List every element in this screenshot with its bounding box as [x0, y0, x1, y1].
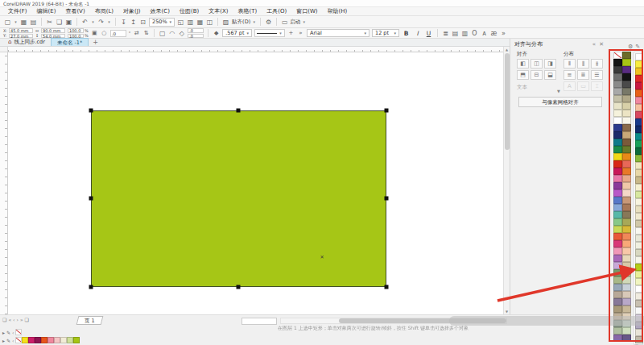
color-swatch[interactable]: [622, 59, 631, 66]
vertical-ruler[interactable]: [0, 52, 8, 314]
color-swatch[interactable]: [622, 175, 631, 182]
color-swatch[interactable]: [635, 111, 643, 118]
color-swatch[interactable]: [635, 89, 643, 97]
color-swatch[interactable]: [622, 73, 631, 81]
color-swatch[interactable]: [22, 337, 28, 343]
text-bounding-icon[interactable]: ▭: [577, 81, 589, 91]
color-swatch[interactable]: [613, 284, 622, 291]
font-family-combo[interactable]: Arial ▾: [307, 29, 369, 37]
options-gear-icon[interactable]: ⚙: [265, 17, 272, 27]
color-swatch[interactable]: [613, 81, 622, 88]
palette-options-icon[interactable]: ⚙: [628, 44, 633, 50]
selection-handle-bottom-right[interactable]: [385, 285, 389, 289]
color-swatch[interactable]: [613, 110, 622, 117]
color-swatch[interactable]: [613, 211, 622, 218]
color-swatch[interactable]: [47, 337, 54, 343]
color-swatch[interactable]: [635, 242, 643, 249]
document-tab-welcome[interactable]: ⌂ 线上同步.cdr: [2, 38, 51, 46]
color-swatch[interactable]: [613, 247, 622, 255]
align-left-icon[interactable]: ◧: [517, 59, 529, 69]
color-swatch[interactable]: [622, 146, 631, 153]
color-swatch[interactable]: [41, 337, 47, 343]
new-document-icon[interactable]: ▢: [4, 17, 11, 27]
docker-close-icon[interactable]: ✕: [597, 41, 605, 48]
corner-radius-2-field[interactable]: .0 mm: [188, 34, 204, 39]
color-swatch[interactable]: [67, 337, 73, 343]
color-swatch[interactable]: [613, 95, 622, 102]
no-outline-icon[interactable]: O: [471, 28, 478, 39]
color-swatch[interactable]: [635, 198, 643, 206]
text-properties-icon[interactable]: æ: [490, 28, 497, 39]
color-swatch[interactable]: [635, 329, 643, 336]
color-swatch[interactable]: [613, 59, 622, 66]
color-swatch[interactable]: [60, 337, 67, 343]
color-swatch[interactable]: [613, 240, 622, 247]
show-grid-icon[interactable]: ▦: [196, 17, 204, 27]
line-style-combo[interactable]: ▾: [254, 29, 285, 37]
distribute-center-v-icon[interactable]: ≣: [577, 70, 589, 80]
chamfered-corner-icon[interactable]: ◇: [178, 28, 185, 39]
page-tab[interactable]: 页 1: [76, 316, 103, 325]
color-swatch[interactable]: [622, 189, 631, 197]
color-swatch[interactable]: [622, 160, 631, 168]
vertical-scrollbar[interactable]: ▲ ▼: [503, 47, 510, 314]
color-swatch[interactable]: [613, 255, 622, 262]
color-swatch[interactable]: [622, 95, 631, 102]
color-swatch[interactable]: [635, 235, 643, 242]
menu-item[interactable]: 对象(J): [118, 7, 146, 16]
distribute-bottom-icon[interactable]: ☰: [591, 70, 603, 80]
color-swatch[interactable]: [635, 155, 643, 162]
text-alignment-icon[interactable]: ≣: [442, 28, 449, 39]
color-swatch[interactable]: [635, 293, 643, 300]
no-color-swatch[interactable]: [15, 337, 22, 343]
plus-icon[interactable]: +: [287, 30, 295, 36]
undo-dropdown-icon[interactable]: ▾: [91, 17, 95, 27]
color-swatch[interactable]: [635, 118, 643, 126]
color-swatch[interactable]: [613, 218, 622, 226]
bold-button[interactable]: B: [402, 30, 411, 37]
color-swatch[interactable]: [635, 300, 643, 307]
row-expand-icon[interactable]: ▸: [2, 338, 5, 343]
rotation-angle-field[interactable]: .0: [110, 30, 126, 37]
font-size-combo[interactable]: 12 pt ▾: [372, 29, 399, 37]
color-swatch[interactable]: [622, 117, 631, 124]
color-swatch[interactable]: [613, 160, 622, 168]
color-swatch[interactable]: [635, 336, 643, 343]
color-swatch[interactable]: [635, 249, 643, 256]
new-dropdown-icon[interactable]: ▾: [14, 17, 18, 27]
menu-item[interactable]: 工具(O): [262, 7, 291, 16]
menu-item[interactable]: 文本(X): [204, 7, 233, 16]
color-swatch[interactable]: [622, 110, 631, 117]
align-center-h-icon[interactable]: ◫: [530, 59, 543, 69]
previous-page-icon[interactable]: ‹: [13, 317, 14, 322]
color-swatch[interactable]: [622, 211, 631, 218]
color-swatch[interactable]: [613, 291, 622, 298]
next-page-icon[interactable]: ›: [16, 317, 18, 322]
selection-handle-bottom-left[interactable]: [89, 285, 93, 289]
color-swatch[interactable]: [622, 153, 631, 160]
color-swatch[interactable]: [613, 197, 622, 204]
color-swatch[interactable]: [613, 168, 622, 175]
distribute-top-icon[interactable]: ≡: [564, 70, 576, 80]
color-swatch[interactable]: [635, 184, 643, 191]
lock-ratio-icon[interactable]: ▣: [91, 30, 98, 36]
color-swatch[interactable]: [635, 126, 643, 133]
paste-icon[interactable]: ▣: [65, 17, 72, 27]
edit-text-icon[interactable]: ᴀ: [481, 28, 488, 39]
color-swatch[interactable]: [613, 73, 622, 81]
menu-item[interactable]: 帮助(H): [323, 7, 353, 16]
docker-expand-chevron-icon[interactable]: ▼: [557, 89, 560, 94]
color-swatch[interactable]: [613, 175, 622, 182]
selection-handle-top-center[interactable]: [237, 109, 241, 113]
snap-icon[interactable]: ▨: [222, 17, 229, 27]
row-edit-pencil-icon[interactable]: ✎: [6, 338, 10, 343]
italic-button[interactable]: I: [413, 30, 422, 37]
menu-item[interactable]: 编辑(E): [32, 7, 61, 16]
color-swatch[interactable]: [613, 306, 622, 313]
square-corner-icon[interactable]: ▢: [159, 28, 166, 39]
color-swatch[interactable]: [635, 177, 643, 184]
scroll-up-icon[interactable]: ▲: [504, 47, 510, 52]
color-swatch[interactable]: [622, 298, 631, 306]
color-swatch[interactable]: [613, 233, 622, 240]
first-page-icon[interactable]: «: [8, 317, 11, 322]
